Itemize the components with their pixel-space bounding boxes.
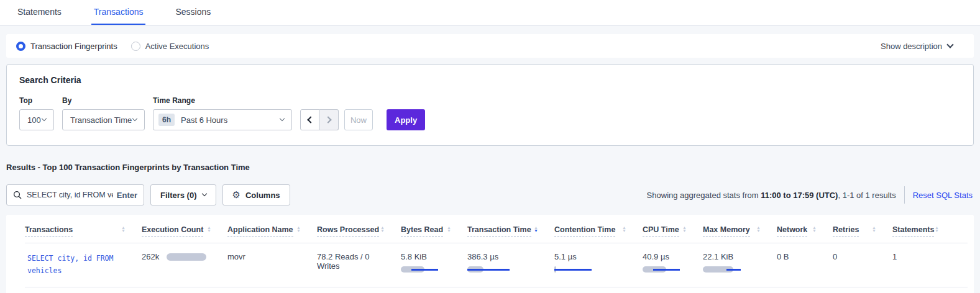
column-label: Retries	[833, 225, 859, 237]
by-label: By	[62, 96, 145, 105]
execution-count-value: 262k	[142, 252, 159, 261]
column-label: Rows Processed	[317, 225, 379, 237]
chevron-down-icon	[201, 191, 206, 196]
column-header-application_name[interactable]: Application Name▲▼	[227, 225, 317, 237]
sort-icon[interactable]: ▲▼	[622, 225, 626, 232]
bytes_read-bar	[401, 266, 446, 273]
cell-cpu_time: 40.9 µs	[643, 252, 703, 273]
results-title: Results - Top 100 Transaction Fingerprin…	[6, 163, 974, 172]
bytes_read-value: 5.8 KiB	[401, 252, 459, 261]
time-range-badge: 6h	[158, 114, 175, 126]
cell-max_memory: 22.1 KiB	[703, 252, 777, 273]
column-header-rows_processed[interactable]: Rows Processed▲▼	[317, 225, 401, 237]
tab-sessions[interactable]: Sessions	[173, 1, 213, 25]
sort-icon[interactable]: ▲▼	[872, 225, 876, 232]
radio-unselected-icon	[131, 42, 140, 51]
page-tabs: Statements Transactions Sessions	[0, 0, 980, 25]
radio-active-executions[interactable]: Active Executions	[131, 42, 209, 51]
mean-bar	[554, 269, 592, 271]
column-header-execution_count[interactable]: Execution Count▲▼	[142, 225, 227, 237]
contention_time-bar	[554, 266, 599, 273]
by-value: Transaction Time	[70, 115, 132, 125]
column-label: Network	[777, 225, 807, 237]
column-header-statements[interactable]: Statements▲▼	[892, 225, 955, 237]
transaction_time-value: 386.3 µs	[467, 252, 546, 261]
radio-transaction-fingerprints[interactable]: Transaction Fingerprints	[16, 42, 117, 51]
sort-icon[interactable]: ▲▼	[812, 225, 817, 232]
time-range-value: Past 6 Hours	[181, 115, 227, 125]
search-criteria-title: Search Criteria	[19, 75, 961, 85]
column-header-transaction[interactable]: Transactions▲▼	[25, 225, 142, 237]
reset-sql-stats-link[interactable]: Reset SQL Stats	[913, 191, 974, 200]
column-label: Contention Time	[554, 225, 615, 237]
time-range-field: Time Range 6h Past 6 Hours	[153, 96, 292, 130]
mean-bar	[653, 269, 680, 271]
cpu_time-bar	[643, 266, 687, 273]
mean-bar	[411, 269, 438, 271]
columns-button[interactable]: ⚙ Columns	[222, 184, 290, 205]
next-time-range-button[interactable]	[319, 109, 339, 130]
sort-icon[interactable]: ▲▼	[207, 225, 211, 232]
column-label: Bytes Read	[401, 225, 443, 237]
sort-icon[interactable]: ▲▼	[756, 225, 761, 232]
sort-icon[interactable]: ▲▼	[121, 225, 126, 232]
by-select[interactable]: Transaction Time	[62, 109, 145, 130]
filters-label: Filters (0)	[160, 191, 197, 200]
cell-statements: 1	[892, 252, 955, 261]
top-field: Top 100	[19, 96, 54, 130]
transaction_time-bar	[467, 266, 512, 273]
column-header-transaction_time[interactable]: Transaction Time▲▼	[467, 225, 554, 237]
transaction-fingerprint-link[interactable]: SELECT city, id FROM vehicles	[25, 252, 133, 277]
column-header-bytes_read[interactable]: Bytes Read▲▼	[401, 225, 467, 237]
cell-transaction: SELECT city, id FROM vehicles	[25, 252, 142, 277]
column-header-network[interactable]: Network▲▼	[777, 225, 833, 237]
column-header-cpu_time[interactable]: CPU Time▲▼	[643, 225, 703, 237]
cell-bytes_read: 5.8 KiB	[401, 252, 467, 273]
search-enter-button[interactable]: Enter	[117, 191, 137, 200]
cell-contention_time: 5.1 µs	[554, 252, 643, 273]
cell-execution_count: 262k	[142, 252, 227, 261]
by-field: By Transaction Time	[62, 96, 145, 130]
top-value: 100	[27, 115, 41, 125]
tab-statements[interactable]: Statements	[15, 1, 64, 25]
chevron-down-icon	[280, 116, 285, 121]
now-button[interactable]: Now	[344, 109, 373, 130]
column-header-max_memory[interactable]: Max Memory▲▼	[703, 225, 777, 237]
cell-network: 0 B	[777, 252, 833, 261]
show-description-toggle[interactable]: Show description	[881, 42, 964, 51]
apply-button[interactable]: Apply	[387, 109, 425, 130]
filters-button[interactable]: Filters (0)	[150, 184, 216, 205]
sort-icon[interactable]: ▲▼	[380, 225, 385, 232]
column-label: Transaction Time	[467, 225, 531, 237]
previous-time-range-button[interactable]	[300, 109, 319, 130]
chevron-left-icon	[307, 116, 314, 123]
table-row: SELECT city, id FROM vehicles262kmovr78.…	[25, 243, 968, 287]
radio-selected-icon	[16, 42, 25, 51]
query-search-box: Enter	[6, 184, 144, 205]
cell-retries: 0	[833, 252, 892, 261]
show-description-label: Show description	[881, 42, 942, 51]
chevron-down-icon	[42, 116, 47, 121]
cell-rows_processed: 78.2 Reads / 0 Writes	[317, 252, 401, 271]
sort-icon[interactable]: ▲▼	[935, 225, 939, 232]
top-label: Top	[19, 96, 54, 105]
column-header-contention_time[interactable]: Contention Time▲▼	[554, 225, 643, 237]
column-label: Max Memory	[703, 225, 750, 237]
column-header-retries[interactable]: Retries▲▼	[833, 225, 892, 237]
radio-label: Active Executions	[145, 42, 209, 51]
sort-icon[interactable]: ▲▼	[682, 225, 687, 232]
cpu_time-value: 40.9 µs	[643, 252, 694, 261]
column-label: Application Name	[227, 225, 293, 237]
tab-transactions[interactable]: Transactions	[91, 1, 146, 25]
view-toggle-band: Transaction Fingerprints Active Executio…	[6, 34, 974, 58]
sort-icon[interactable]: ▲▼	[296, 225, 301, 232]
sort-icon[interactable]: ▲▼	[447, 225, 451, 232]
chevron-down-icon	[132, 116, 137, 121]
top-select[interactable]: 100	[19, 109, 54, 130]
time-range-select[interactable]: 6h Past 6 Hours	[153, 109, 292, 130]
mean-bar	[467, 269, 510, 271]
sort-icon[interactable]: ▲▼	[534, 225, 538, 232]
cell-transaction_time: 386.3 µs	[467, 252, 554, 273]
radio-label: Transaction Fingerprints	[30, 42, 117, 51]
search-input[interactable]	[27, 191, 113, 199]
